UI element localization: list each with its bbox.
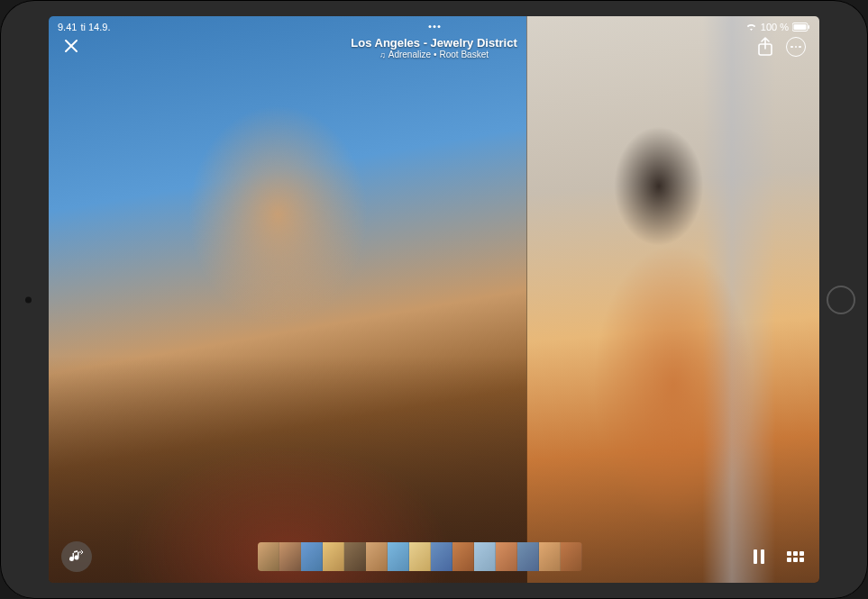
- music-track: Root Basket: [440, 50, 489, 59]
- screen: 9.41 ti 14.9. 100 % Lo: [49, 16, 819, 583]
- close-button[interactable]: [61, 36, 81, 56]
- browse-grid-button[interactable]: [783, 545, 807, 568]
- status-right: 100 %: [745, 22, 810, 32]
- timeline-thumb[interactable]: [561, 542, 582, 571]
- playback-controls: [747, 545, 807, 568]
- timeline-thumb[interactable]: [517, 542, 539, 571]
- ipad-frame: 9.41 ti 14.9. 100 % Lo: [0, 0, 868, 599]
- timeline-thumb[interactable]: [279, 542, 301, 571]
- battery-icon: [792, 23, 810, 32]
- grid-icon: [787, 551, 804, 562]
- timeline-thumb[interactable]: [344, 542, 366, 571]
- status-time: 9.41: [58, 22, 77, 32]
- more-icon: [786, 37, 806, 57]
- timeline-thumb[interactable]: [474, 542, 496, 571]
- top-controls: Los Angeles - Jewelry District ♫ Adrenal…: [49, 36, 819, 58]
- svg-rect-2: [809, 25, 810, 29]
- share-button[interactable]: [754, 36, 776, 58]
- svg-rect-5: [761, 549, 764, 564]
- battery-percent: 100 %: [761, 22, 789, 32]
- pause-button[interactable]: [747, 545, 771, 568]
- timeline-thumb[interactable]: [452, 542, 474, 571]
- pause-icon: [753, 549, 765, 564]
- memory-photo-right[interactable]: [526, 16, 819, 583]
- timeline-thumb[interactable]: [496, 542, 517, 571]
- timeline-strip: [258, 542, 582, 571]
- close-icon: [64, 39, 78, 53]
- timeline-thumb[interactable]: [301, 542, 323, 571]
- timeline-thumb[interactable]: [431, 542, 452, 571]
- music-note-icon: ♫: [379, 50, 386, 59]
- timeline-thumb[interactable]: [366, 542, 388, 571]
- wifi-icon: [745, 23, 757, 32]
- memory-mixes-button[interactable]: [61, 541, 92, 572]
- share-icon: [757, 37, 773, 57]
- timeline-thumb[interactable]: [388, 542, 409, 571]
- memory-photo-left[interactable]: [49, 16, 526, 583]
- multitasking-dots-icon[interactable]: [428, 25, 440, 28]
- status-left: 9.41 ti 14.9.: [58, 22, 110, 32]
- svg-rect-1: [794, 24, 807, 30]
- timeline-thumb[interactable]: [258, 542, 279, 571]
- memory-title: Los Angeles - Jewelry District: [351, 36, 516, 50]
- device-camera: [25, 296, 32, 303]
- music-separator: •: [434, 50, 437, 59]
- status-date: ti 14.9.: [80, 22, 110, 32]
- timeline-thumb[interactable]: [539, 542, 561, 571]
- timeline-scrubber[interactable]: [92, 542, 747, 571]
- memory-music-info: ♫ Adrenalize • Root Basket: [351, 50, 516, 59]
- more-button[interactable]: [785, 36, 807, 58]
- svg-rect-4: [754, 549, 757, 564]
- timeline-thumb[interactable]: [323, 542, 344, 571]
- timeline-thumb[interactable]: [409, 542, 431, 571]
- status-bar: 9.41 ti 14.9. 100 %: [49, 16, 819, 34]
- bottom-controls: [49, 541, 819, 572]
- memory-title-block[interactable]: Los Angeles - Jewelry District ♫ Adrenal…: [351, 36, 516, 59]
- home-button[interactable]: [827, 286, 855, 314]
- music-artist: Adrenalize: [388, 50, 431, 59]
- top-right-controls: [754, 36, 807, 58]
- music-mix-icon: [69, 549, 85, 565]
